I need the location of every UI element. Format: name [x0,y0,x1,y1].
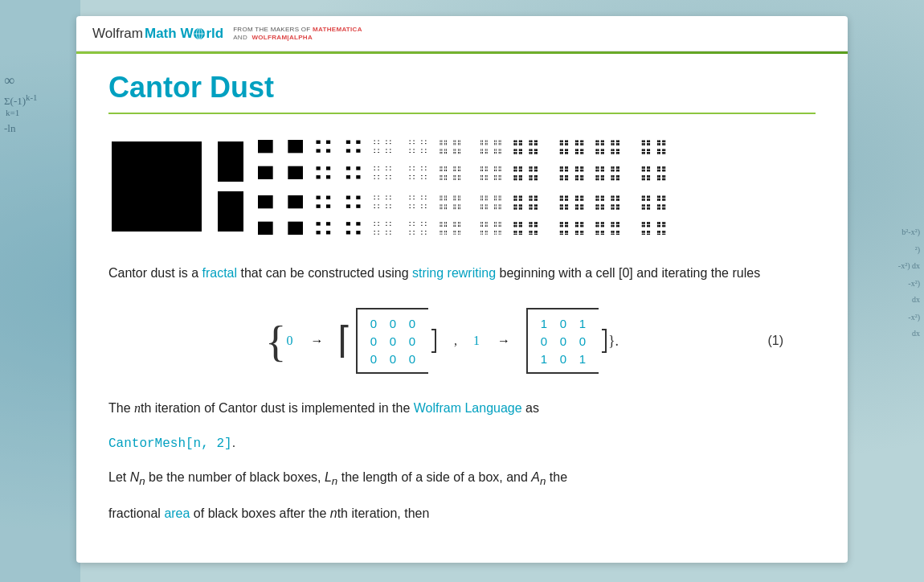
matrix-0: ⌈ 0 0 0 0 0 0 [337,308,438,374]
fractal-link[interactable]: fractal [202,266,238,280]
cantor-iter-4 [372,138,428,235]
zero-mapping: 0 → ⌈ 0 0 0 0 [286,308,608,374]
right-decoration: b²-x²) ²) -x²) dx -x²) dx -x²) dx [844,0,924,582]
left-brace: { [265,322,286,362]
cantor-iter-6 [512,138,584,235]
paragraph-2: The nth iteration of Cantor dust is impl… [108,398,816,419]
logo-globe-icon [193,27,206,40]
logo-wolfram-text: Wolfram [92,26,143,42]
main-content-card: Wolfram Math W rld FROM THE MAKERS OF MA… [76,16,848,563]
paragraph-3: Let Nn be the number of black boxes, Ln … [108,467,816,490]
page-title: Cantor Dust [108,70,816,105]
cantor-dust-visualization [108,130,816,243]
cantor-iter-3 [314,138,362,235]
left-decoration: ∞ Σ(-1)k-1 k=1 -ln [0,0,80,582]
cantormesh-args: [n, 2] [186,436,232,451]
cantor-iter-1 [215,138,247,235]
closing-brace-dot: }. [608,333,619,350]
matrix-1: 1 0 1 0 0 0 1 0 1 [525,308,608,374]
title-divider [108,113,816,114]
equation-number: (1) [743,334,783,348]
site-logo: Wolfram Math W rld FROM THE MAKERS OF MA… [92,26,832,43]
left-math-decoration: ∞ Σ(-1)k-1 k=1 -ln [4,72,38,135]
italic-n: n [134,401,141,415]
equation-content: { 0 → ⌈ 0 0 [141,308,743,374]
logo-tagline: FROM THE MAKERS OF MATHEMATICA AND WOLFR… [233,26,362,43]
arrow-1: → [497,334,510,348]
matrix-0-cells: 0 0 0 0 0 0 0 0 0 [362,313,423,369]
cantor-iter-5 [438,138,502,235]
site-header: Wolfram Math W rld FROM THE MAKERS OF MA… [76,16,848,51]
paragraph-3-continued: fractional area of black boxes after the… [108,503,816,524]
cantor-iter-7 [594,138,666,235]
logo-world-rest: rld [206,26,223,41]
intro-paragraph: Cantor dust is a fractal that can be con… [108,263,816,284]
cantor-iter-0 [108,138,205,235]
logo-world-w: W [180,26,193,41]
logo-math-text: Math [145,26,177,41]
matrix-1-cells: 1 0 1 0 0 0 1 0 1 [533,313,594,369]
cantormesh-line: CantorMesh[n, 2]. [108,432,816,454]
area-link[interactable]: area [164,506,190,520]
cantormesh-code: CantorMesh [108,436,186,451]
equation-1: { 0 → ⌈ 0 0 [108,300,816,382]
arrow-0: → [310,334,323,348]
string-rewriting-link[interactable]: string rewriting [412,266,496,280]
article-content: Cantor Dust Cantor dust is a fractal tha… [76,54,848,562]
wolfram-language-link[interactable]: Wolfram Language [414,401,522,415]
right-math-decoration: b²-x²) ²) -x²) dx -x²) dx -x²) dx [898,225,920,341]
cantor-iter-2 [256,138,305,235]
